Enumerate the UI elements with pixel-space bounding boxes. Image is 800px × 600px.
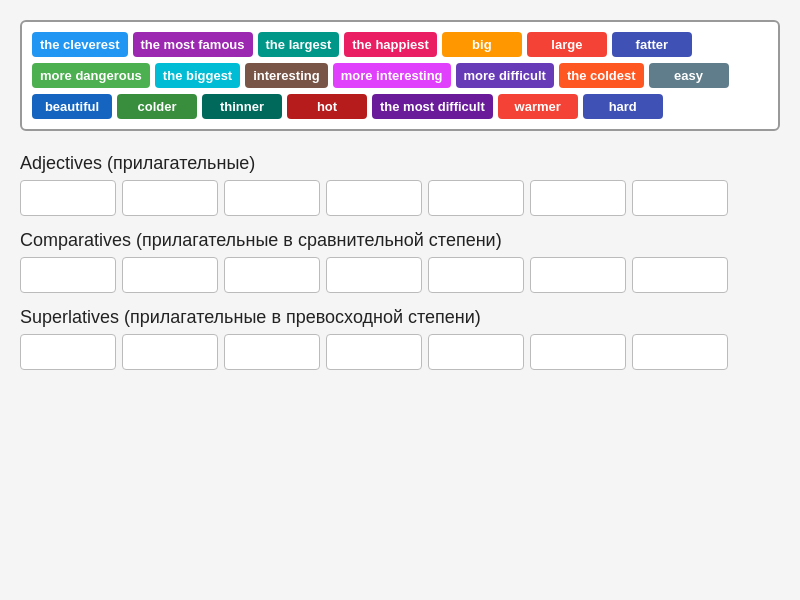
drop-row-2 [20,334,780,370]
drop-box-0-4[interactable] [428,180,524,216]
drop-box-2-0[interactable] [20,334,116,370]
word-row-2: beautifulcolderthinnerhotthe most diffic… [32,94,768,119]
drop-box-1-1[interactable] [122,257,218,293]
drop-box-2-4[interactable] [428,334,524,370]
word-row-1: more dangerousthe biggestinterestingmore… [32,63,768,88]
drop-row-0 [20,180,780,216]
word-chip-1-0[interactable]: more dangerous [32,63,150,88]
drop-box-2-1[interactable] [122,334,218,370]
word-chip-0-0[interactable]: the cleverest [32,32,128,57]
drop-box-2-3[interactable] [326,334,422,370]
word-chip-0-1[interactable]: the most famous [133,32,253,57]
drop-box-1-2[interactable] [224,257,320,293]
drop-box-0-6[interactable] [632,180,728,216]
word-chip-1-6[interactable]: easy [649,63,729,88]
word-chip-0-5[interactable]: large [527,32,607,57]
drop-box-0-0[interactable] [20,180,116,216]
word-chip-2-4[interactable]: the most difficult [372,94,493,119]
word-chip-2-3[interactable]: hot [287,94,367,119]
drop-box-0-2[interactable] [224,180,320,216]
drop-box-2-2[interactable] [224,334,320,370]
drop-row-1 [20,257,780,293]
drop-box-0-3[interactable] [326,180,422,216]
drop-box-1-3[interactable] [326,257,422,293]
word-chip-1-1[interactable]: the biggest [155,63,240,88]
drop-box-0-1[interactable] [122,180,218,216]
drop-box-1-5[interactable] [530,257,626,293]
word-chip-2-2[interactable]: thinner [202,94,282,119]
drop-box-1-4[interactable] [428,257,524,293]
drop-box-2-6[interactable] [632,334,728,370]
word-row-0: the cleverestthe most famousthe largestt… [32,32,768,57]
word-chip-0-3[interactable]: the happiest [344,32,437,57]
drop-box-0-5[interactable] [530,180,626,216]
drop-box-2-5[interactable] [530,334,626,370]
section-label-2: Superlatives (прилагательные в превосход… [20,307,780,328]
word-chip-2-0[interactable]: beautiful [32,94,112,119]
drop-box-1-6[interactable] [632,257,728,293]
word-chip-2-5[interactable]: warmer [498,94,578,119]
drop-box-1-0[interactable] [20,257,116,293]
word-chip-1-2[interactable]: interesting [245,63,327,88]
word-chip-0-2[interactable]: the largest [258,32,340,57]
sections-container: Adjectives (прилагательные)Comparatives … [20,149,780,384]
section-label-0: Adjectives (прилагательные) [20,153,780,174]
word-bank: the cleverestthe most famousthe largestt… [20,20,780,131]
word-chip-0-6[interactable]: fatter [612,32,692,57]
word-chip-2-1[interactable]: colder [117,94,197,119]
word-chip-1-3[interactable]: more interesting [333,63,451,88]
section-label-1: Comparatives (прилагательные в сравнител… [20,230,780,251]
word-chip-0-4[interactable]: big [442,32,522,57]
word-chip-2-6[interactable]: hard [583,94,663,119]
word-chip-1-4[interactable]: more difficult [456,63,554,88]
word-chip-1-5[interactable]: the coldest [559,63,644,88]
